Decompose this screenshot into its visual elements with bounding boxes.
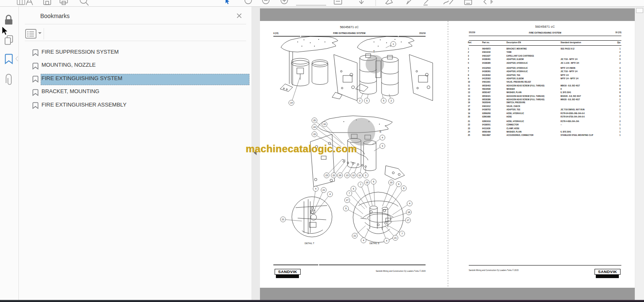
previous-page-edge [260,8,635,21]
svg-text:19: 19 [366,181,368,184]
bookmarks-icon[interactable] [5,55,13,64]
svg-text:21: 21 [282,218,284,221]
chevron-left-icon[interactable] [484,0,486,4]
vertical-scrollbar[interactable] [635,7,644,300]
sidebar-panel-icon[interactable] [17,0,25,5]
table-row: 304911027EXPELLANT GAS CARTRIDGE2 [448,55,635,58]
svg-text:10: 10 [390,181,392,184]
bookmark-label: FIRE EXTINGUISHER ASSEMBLY [42,102,127,108]
print-icon[interactable] [60,0,68,5]
svg-text:17: 17 [407,219,409,221]
svg-text:4: 4 [409,202,410,205]
left-page-no: 9 (15) [273,32,278,34]
svg-text:7: 7 [360,183,361,186]
svg-text:20: 20 [339,174,341,177]
bookmark-options-button[interactable] [25,29,42,39]
select-cursor-icon[interactable] [226,0,229,4]
page-right: 56045871 cC 151210 FIRE EXTINGUISHING SY… [448,21,635,288]
table-row: 2204180551CONNECTOR--1 [448,124,635,127]
svg-text:16: 16 [323,123,326,125]
scroll-mode-icon[interactable] [359,0,364,4]
paperclip-icon[interactable] [6,74,11,85]
svg-text:9: 9 [345,207,346,210]
table-row: 1406530421HEXAGON HEAD SCREW (FULL THREA… [448,95,635,99]
svg-text:2: 2 [359,99,360,102]
sandvik-logo-left: SANDVIK [275,269,301,278]
right-doc-number: 56045871 cC [469,25,621,29]
bookmark-item[interactable]: FIRE EXTINGUISHER ASSEMBLY [19,99,252,112]
svg-text:15: 15 [313,133,316,135]
page-spine-divider [448,21,448,288]
bookmark-item[interactable]: MOUNTING, NOZZLE [19,59,252,73]
svg-text:21: 21 [353,234,356,237]
table-row: 504180385ADAPTER, HYDRAULICJIC 1.1/16 - … [448,62,635,65]
taskbar-edge [0,300,644,302]
svg-text:7: 7 [401,232,402,235]
svg-text:4: 4 [382,136,383,139]
detail-t-label: DETAIL T [305,242,315,245]
table-row: 2364111636CLAMP, HOSE1 [448,128,635,131]
keyboard-icon[interactable] [465,0,472,5]
mouse-cursor [2,26,8,36]
col-part: Part no. [482,42,490,44]
search-icon[interactable] [80,0,88,5]
right-page-no: 10 (15) [615,31,621,34]
scrollbar-thumb[interactable] [636,8,643,13]
table-row: 1804180703ADAPTER, TEEJIC 7/16 SWIVEL NU… [448,109,635,112]
table-row: 804136402ADAPTER, TEENPTF 1/41 [448,74,635,78]
svg-text:6: 6 [398,183,399,185]
table-row: 1106530403HEXAGON HEAD SCREW (FULL THREA… [448,85,635,88]
table-row: 604132503ADAPTER, HYDRAULICNPTF 1/4 UNIO… [448,67,635,70]
bookmark-icon [32,102,39,111]
lock-icon[interactable] [5,16,13,25]
bookmark-item[interactable]: BRACKET, MOUNTING [19,86,252,99]
bookmark-label: MOUNTING, NOZZLE [42,62,96,68]
table-row: 1902869260HOSE, HYDRAULICR1TR-04-0300-J4… [448,112,635,116]
watermark: machinecatalogic.com [246,143,357,155]
zoom-in-icon[interactable] [281,0,288,4]
sign-icon[interactable] [444,0,454,4]
left-rail [0,7,19,300]
table-row: 1306581407WASHER, PLAIN8, SFS 20418 [448,91,635,95]
svg-text:5: 5 [383,99,384,102]
close-icon[interactable] [236,13,242,18]
svg-text:13: 13 [346,174,348,177]
detail-s-label: DETAIL S [369,242,379,245]
table-row: 404180461ADAPTER, ELBOWJIC 7/16 - NPTF 1… [448,58,635,62]
table-row: 2102861610HOSE, HYDRAULICR1TR-4-600-J4A-… [448,120,635,124]
save-icon[interactable] [44,0,51,5]
bookmarks-panel: Bookmarks FIRE SUPPRESSION SYSTEMMOUNTIN… [19,7,252,300]
left-code: 151210 [419,32,426,34]
sandvik-logo-right: SANDVIK [595,269,621,278]
svg-text:7: 7 [348,192,350,195]
highlighter-icon[interactable] [423,0,430,5]
hand-tool-icon[interactable] [245,0,252,4]
svg-text:21: 21 [394,237,397,239]
copy-pages-icon[interactable] [5,36,13,44]
bookmark-item[interactable]: FIRE SUPPRESSION SYSTEM [19,46,252,59]
fit-width-icon[interactable] [334,0,342,4]
svg-text:21: 21 [322,189,325,191]
table-row: 156045872BRACKET, MOUNTINGSEE PAGE 8-121 [448,48,635,51]
svg-text:5: 5 [366,99,367,102]
svg-text:24: 24 [313,126,316,128]
left-footer-text: Sandvik Mining and Construction Oy Loade… [376,270,426,272]
svg-text:23: 23 [325,174,328,177]
bookmark-item[interactable]: FIRE EXTINGUISHING SYSTEM [19,72,252,86]
star-icon[interactable] [26,0,33,5]
table-row: 2556014897ACCESSORIES, CONNECTORSTAINLES… [448,134,635,138]
table-row: 1004911001VALVE, PRESSURE RELIEF1 [448,81,635,84]
svg-text:3: 3 [382,145,383,147]
chevron-right-icon[interactable] [491,0,493,4]
svg-text:2: 2 [390,99,392,102]
svg-text:4: 4 [315,187,316,190]
svg-text:11: 11 [358,174,361,177]
pen-icon[interactable] [407,0,413,4]
table-row: 2002861680HOSER1TR-04-0730-J4A-J4A-0-01 [448,116,635,119]
pin-icon[interactable] [386,0,392,4]
svg-text:25: 25 [313,119,316,122]
zoom-out-icon[interactable] [262,0,269,4]
svg-text:4: 4 [363,239,364,242]
table-row: 1656205040SWITCH, PRESSURE1 [448,102,635,105]
bookmarks-options-bar [19,24,252,41]
